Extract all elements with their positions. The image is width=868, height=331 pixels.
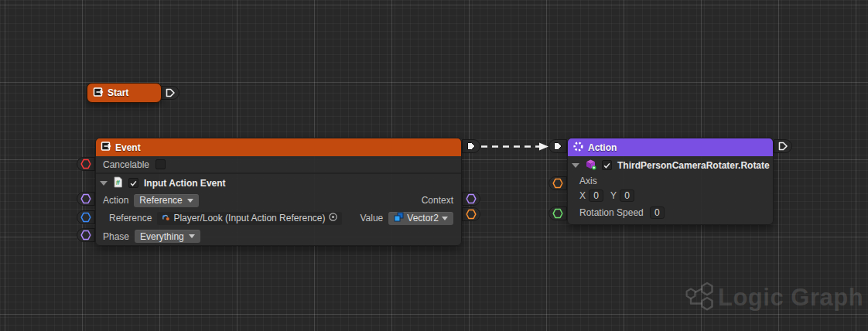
value-label: Value <box>360 213 383 224</box>
event-unit-title: Input Action Event <box>144 178 226 189</box>
event-node[interactable]: Event Cancelable # Input Action Event A <box>95 138 462 246</box>
axis-label: Axis <box>579 176 597 186</box>
hexagon-port-icon <box>80 159 91 169</box>
reference-object-field[interactable]: Player/Look (Input Action Reference) <box>157 212 342 225</box>
logic-graph-watermark: Logic Graph <box>684 282 863 314</box>
reference-value: Player/Look (Input Action Reference) <box>173 213 325 224</box>
action-rotation-speed-port[interactable] <box>548 206 567 220</box>
action-axis-port[interactable] <box>548 176 567 190</box>
foldout-icon[interactable] <box>572 163 579 168</box>
hexagon-port-icon <box>466 209 477 220</box>
context-label: Context <box>422 195 453 206</box>
phase-dropdown-value: Everything <box>140 231 184 242</box>
phase-dropdown[interactable]: Everything <box>135 230 200 243</box>
vector2-icon <box>394 212 404 224</box>
exec-arrow-icon <box>165 87 176 98</box>
reference-label: Reference <box>109 213 152 224</box>
foldout-icon[interactable] <box>100 181 108 186</box>
action-node-header[interactable]: Action <box>568 138 773 156</box>
event-action-port[interactable] <box>77 192 95 206</box>
start-node-title: Start <box>108 87 128 98</box>
hexagon-port-icon <box>552 178 563 189</box>
action-dropdown-value: Reference <box>139 195 182 206</box>
event-cancelable-port[interactable] <box>77 157 95 171</box>
input-action-icon <box>161 213 170 224</box>
hexagon-port-icon <box>80 230 91 241</box>
watermark-label: Logic Graph <box>718 284 863 312</box>
exec-arrow-icon <box>552 141 563 152</box>
cancelable-checkbox[interactable] <box>155 159 166 169</box>
action-node[interactable]: Action ThirdPersonCameraRotater.Rotate <box>567 138 774 225</box>
script-icon: # <box>113 176 123 190</box>
action-label: Action <box>103 195 128 206</box>
action-exec-output-port[interactable] <box>774 139 792 153</box>
hexagon-port-icon <box>80 193 91 204</box>
exec-arrow-icon <box>777 141 788 152</box>
event-icon <box>93 87 104 100</box>
action-unit-title: ThirdPersonCameraRotater.Rotate <box>617 160 770 171</box>
event-node-header[interactable]: Event <box>96 138 461 156</box>
rotation-speed-field[interactable]: 0 <box>650 206 665 219</box>
exec-connection-wire[interactable] <box>480 142 552 152</box>
event-reference-port[interactable] <box>77 210 95 224</box>
event-phase-port[interactable] <box>77 228 95 242</box>
x-field[interactable]: 0 <box>589 189 603 202</box>
graph-hexagons-icon <box>684 282 716 314</box>
action-exec-input-port[interactable] <box>548 139 567 153</box>
checkmark-icon <box>129 179 138 188</box>
unit-enabled-checkbox[interactable] <box>128 178 138 188</box>
object-picker-icon[interactable] <box>328 212 338 224</box>
cancelable-label: Cancelable <box>103 159 149 170</box>
unit-enabled-checkbox[interactable] <box>602 160 612 170</box>
hexagon-port-icon <box>80 212 91 223</box>
x-label: X <box>579 190 586 201</box>
start-exec-output-port[interactable] <box>161 86 179 100</box>
start-node[interactable]: Start <box>87 83 162 103</box>
y-field[interactable]: 0 <box>620 189 634 202</box>
value-dropdown[interactable]: Vector2 <box>388 212 453 225</box>
exec-arrow-icon <box>466 141 477 152</box>
event-value-port[interactable] <box>462 207 480 221</box>
hexagon-port-icon <box>552 208 563 219</box>
event-context-port[interactable] <box>462 192 480 206</box>
dropdown-caret-icon <box>442 217 448 220</box>
checkmark-icon <box>603 161 611 170</box>
value-dropdown-value: Vector2 <box>407 213 439 224</box>
spinner-icon <box>572 141 584 155</box>
y-label: Y <box>610 190 617 201</box>
hexagon-port-icon <box>466 193 477 204</box>
dropdown-caret-icon <box>189 234 195 238</box>
graph-canvas[interactable]: Logic Graph Start <box>0 0 868 331</box>
action-dropdown[interactable]: Reference <box>134 194 198 207</box>
dropdown-caret-icon <box>187 199 193 203</box>
rotation-speed-label: Rotation Speed <box>579 207 644 218</box>
event-icon <box>101 141 111 154</box>
phase-label: Phase <box>103 231 129 242</box>
svg-text:#: # <box>116 178 121 186</box>
event-node-title: Event <box>115 142 141 153</box>
action-node-title: Action <box>588 142 617 153</box>
event-exec-output-port[interactable] <box>462 139 480 153</box>
component-cube-icon <box>585 159 596 172</box>
